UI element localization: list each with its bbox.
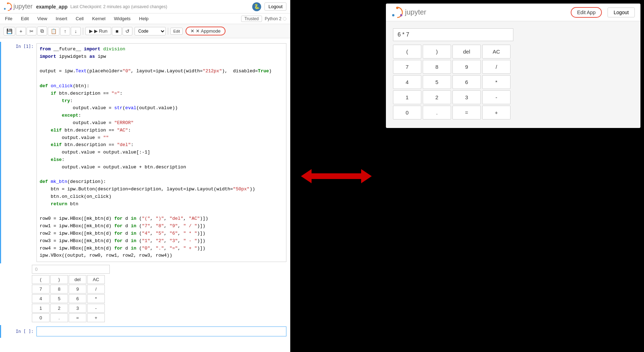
calc-btn-open-paren[interactable]: ( [32,275,50,284]
svg-point-8 [396,7,398,9]
app-calc-btn-dot[interactable]: . [423,106,451,119]
run-label: ▶ Run [94,28,107,34]
app-calc-btn-5[interactable]: 5 [423,75,451,89]
app-calc-row-2: 4 5 6 * [393,75,633,89]
copy-button[interactable]: ⧉ [37,27,47,35]
calc-btn-ac[interactable]: AC [87,275,105,284]
app-calc-btn-del[interactable]: del [452,45,481,58]
app-calc-btn-8[interactable]: 8 [423,60,451,74]
paste-button[interactable]: 📋 [48,27,59,35]
code-text: from __future__ import division import i… [40,46,283,259]
empty-cell: In [ ]: [0,325,290,338]
cell-code-content-1[interactable]: from __future__ import division import i… [36,43,286,262]
kernel-name: Python 2 [265,16,281,21]
app-calc-btn-divide[interactable]: / [482,60,511,74]
app-calc-row-4: 0 . = + [393,106,633,119]
logout-button[interactable]: Logout [264,2,286,11]
save-button[interactable]: 💾 [4,27,15,35]
calc-btn-7[interactable]: 7 [32,285,50,294]
app-calc-btn-6[interactable]: 6 [452,75,481,89]
calc-btn-1[interactable]: 1 [32,304,50,313]
svg-point-2 [10,8,12,10]
middle-area [290,0,382,352]
calc-btn-del[interactable]: del [69,275,86,284]
app-calc-btn-equals[interactable]: = [452,106,481,119]
app-calc-btn-multiply[interactable]: * [482,75,511,89]
notebook-content: In [1]: from __future__ import division … [0,38,290,352]
notebook-name: example_app [36,4,68,10]
calc-btn-divide[interactable]: / [87,285,105,294]
appmode-label: ✕ Appmode [196,28,221,34]
menu-widgets[interactable]: Widgets [113,15,132,22]
header-right: 🐍 Logout [252,2,286,12]
app-calc-btn-ac[interactable]: AC [482,45,511,58]
calc-btn-9[interactable]: 9 [69,285,86,294]
jupyter-logo: jupyter [4,2,33,11]
jupyter-notebook-panel: jupyter example_app Last Checkpoint: 2 m… [0,0,290,352]
app-calc-btn-0[interactable]: 0 [393,106,421,119]
calc-btn-dot[interactable]: . [50,313,68,322]
app-calc-btn-open-paren[interactable]: ( [393,45,421,58]
jupyter-logo-text: jupyter [13,3,33,10]
calc-btn-minus[interactable]: - [87,304,105,313]
calc-btn-multiply[interactable]: * [87,294,105,303]
app-calc-btn-3[interactable]: 3 [452,90,481,104]
calc-btn-3[interactable]: 3 [69,304,86,313]
app-calc-btn-1[interactable]: 1 [393,90,421,104]
calc-btn-0[interactable]: 0 [32,313,50,322]
empty-cell-prompt: In [ ]: [5,329,36,334]
menu-cell[interactable]: Cell [74,15,85,22]
app-calc-btn-7[interactable]: 7 [393,60,421,74]
calc-btn-plus[interactable]: + [87,313,105,322]
app-calc-btn-4[interactable]: 4 [393,75,421,89]
run-button[interactable]: ▶ ▶ Run [85,27,111,35]
app-window: jupyter Edit App Logout 6 * 7 ( ) del AC… [386,4,640,128]
menu-kernel[interactable]: Kernel [91,15,107,22]
app-calc-btn-9[interactable]: 9 [452,60,481,74]
app-calc-btn-2[interactable]: 2 [423,90,451,104]
calc-btn-4[interactable]: 4 [32,294,50,303]
calc-btn-5[interactable]: 5 [50,294,68,303]
app-logout-button[interactable]: Logout [608,7,635,17]
appmode-x-icon: ✕ [190,28,194,34]
menu-insert[interactable]: Insert [54,15,69,22]
cut-button[interactable]: ✂ [27,27,36,35]
empty-cell-content[interactable] [36,326,286,336]
cell-type-select[interactable]: Code Markdown Raw [135,27,166,35]
menu-edit[interactable]: Edit [19,15,30,22]
calc-display-output: 0 [32,265,110,274]
app-header: jupyter Edit App Logout [386,4,640,21]
edit-shortcuts-button[interactable]: Edit [170,28,183,35]
calc-row-1: 7 8 9 / [32,285,286,294]
app-calc-row-3: 1 2 3 - [393,90,633,104]
calc-btn-6[interactable]: 6 [69,294,86,303]
svg-point-10 [392,14,394,16]
menu-file[interactable]: File [4,15,14,22]
appmode-button[interactable]: ✕ ✕ Appmode [186,27,226,35]
app-calc-btn-plus[interactable]: + [482,106,511,119]
svg-point-1 [7,2,9,4]
move-down-button[interactable]: ↓ [71,27,81,35]
calc-btn-close-paren[interactable]: ) [50,275,68,284]
toolbar-separator-1 [83,28,83,35]
menu-right: Trusted Python 2 [241,16,286,22]
move-up-button[interactable]: ↑ [60,27,70,35]
kernel-badge: Python 2 [265,16,286,21]
code-cell-1: In [1]: from __future__ import division … [0,42,290,263]
app-jupyter-logo-text: jupyter [405,8,426,16]
notebook-header: jupyter example_app Last Checkpoint: 2 m… [0,0,290,13]
restart-button[interactable]: ↺ [122,27,132,35]
app-calc-btn-close-paren[interactable]: ) [423,45,451,58]
calc-btn-equals[interactable]: = [69,313,86,322]
calc-btn-2[interactable]: 2 [50,304,68,313]
calc-row-2: 4 5 6 * [32,294,286,303]
calc-btn-8[interactable]: 8 [50,285,68,294]
trusted-badge: Trusted [241,16,262,22]
menu-view[interactable]: View [36,15,49,22]
app-calc-btn-minus[interactable]: - [482,90,511,104]
bidirectional-arrow [301,166,372,187]
edit-app-button[interactable]: Edit App [571,7,602,18]
menu-help[interactable]: Help [138,15,150,22]
stop-button[interactable]: ■ [112,27,122,35]
add-cell-button[interactable]: + [16,27,26,35]
